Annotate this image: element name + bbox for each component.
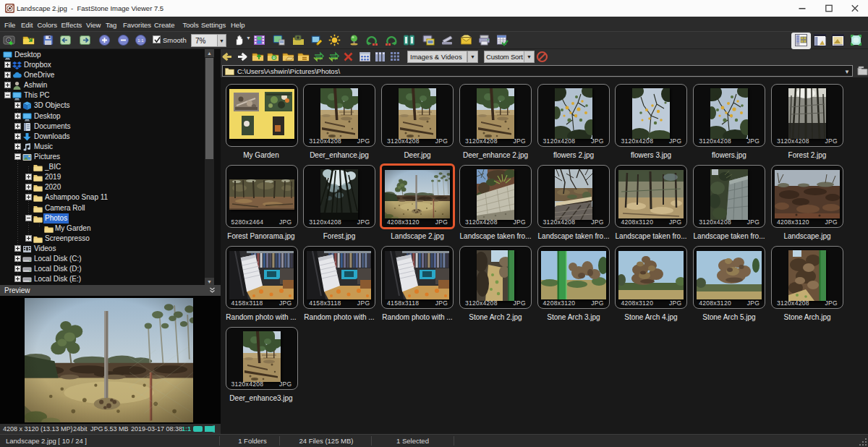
svg-text:1:1: 1:1 xyxy=(137,38,144,43)
svg-text:R: R xyxy=(273,56,276,60)
